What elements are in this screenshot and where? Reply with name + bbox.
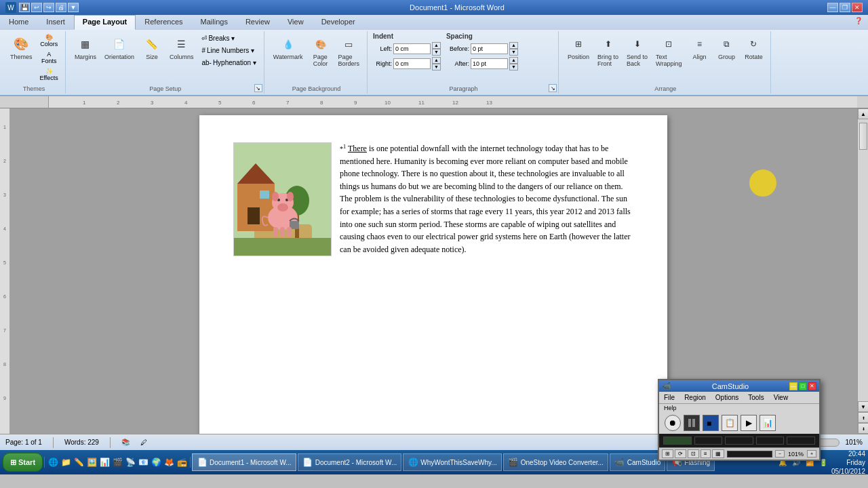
spacing-before-down[interactable]: ▼ <box>509 49 518 56</box>
minimize-button[interactable]: — <box>827 3 838 12</box>
position-button[interactable]: ⊞ Position <box>564 33 593 62</box>
indent-left-spinner[interactable]: ▲ ▼ <box>432 42 441 56</box>
rotate-button[interactable]: ↻ Rotate <box>741 33 766 62</box>
camstudio-minimize[interactable]: — <box>789 382 797 390</box>
taskbar-whywont[interactable]: 🌐 WhyWontThisSaveWhy... <box>403 453 501 471</box>
taskbar-onestopp[interactable]: 🎬 OneStop Video Converter... <box>503 453 608 471</box>
line-numbers-button[interactable]: # Line Numbers ▾ <box>198 45 259 56</box>
tab-home[interactable]: Home <box>0 15 37 30</box>
spacing-before-spinner[interactable]: ▲ ▼ <box>509 42 518 56</box>
cam-menu-help[interactable]: Help <box>662 404 679 412</box>
print-preview-qat[interactable]: 🖨 <box>56 3 66 12</box>
tab-developer[interactable]: Developer <box>313 15 364 30</box>
firefox-quicklaunch[interactable]: 🦊 <box>163 457 174 468</box>
paragraph-expander[interactable]: ↘ <box>549 84 557 92</box>
text-wrapping-button[interactable]: ⊡ TextWrapping <box>652 33 685 69</box>
spacing-before-up[interactable]: ▲ <box>509 42 518 49</box>
columns-button[interactable]: ☰ Columns <box>166 33 197 62</box>
next-page-button[interactable]: ⬇ <box>858 423 868 434</box>
effects-button[interactable]: ✨ Effects <box>37 66 61 83</box>
tab-references[interactable]: References <box>136 15 191 30</box>
spacing-after-up[interactable]: ▲ <box>509 57 518 64</box>
spacing-after-down[interactable]: ▼ <box>509 64 518 70</box>
tab-insert[interactable]: Insert <box>37 15 74 30</box>
undo-qat[interactable]: ↩ <box>31 3 42 12</box>
media-quicklaunch[interactable]: 🎬 <box>112 457 123 468</box>
qat-dropdown[interactable]: ▼ <box>68 3 79 12</box>
breaks-button[interactable]: ⏎ Breaks ▾ <box>198 33 259 44</box>
spacing-before-input[interactable] <box>471 43 508 54</box>
cam-ctrl-4[interactable]: ≡ <box>701 449 711 458</box>
track-changes-icon[interactable]: 🖊 <box>140 439 147 446</box>
tab-view[interactable]: View <box>279 15 313 30</box>
page-color-button[interactable]: 🎨 PageColor <box>308 33 334 69</box>
indent-right-down[interactable]: ▼ <box>432 64 441 70</box>
cam-menu-tools[interactable]: Tools <box>746 393 766 402</box>
indent-right-up[interactable]: ▲ <box>432 57 441 64</box>
indent-left-input[interactable] <box>393 43 431 54</box>
align-button[interactable]: ≡ Align <box>686 33 712 62</box>
pencil-quicklaunch[interactable]: ✏️ <box>73 457 84 468</box>
browser-quicklaunch[interactable]: 🌍 <box>151 457 161 468</box>
cam-pause-btn[interactable] <box>684 415 700 431</box>
help-icon[interactable]: ❓ <box>849 15 868 30</box>
orientation-button[interactable]: 📄 Orientation <box>101 33 138 62</box>
camstudio-close[interactable]: ✕ <box>808 382 816 390</box>
paint-quicklaunch[interactable]: 🖼️ <box>86 457 97 468</box>
bring-to-front-button[interactable]: ⬆ Bring toFront <box>594 33 622 69</box>
cam-annotate-btn[interactable]: 📋 <box>722 415 738 431</box>
cam-menu-region[interactable]: Region <box>682 393 708 402</box>
cam-ctrl-2[interactable]: ⟳ <box>675 449 686 458</box>
cam-produce-btn[interactable]: ▶ <box>741 415 757 431</box>
scroll-up-button[interactable]: ▲ <box>858 108 868 119</box>
size-button[interactable]: 📏 Size <box>139 33 165 62</box>
spacing-after-spinner[interactable]: ▲ ▼ <box>509 57 518 70</box>
indent-right-spinner[interactable]: ▲ ▼ <box>432 57 441 70</box>
page-borders-button[interactable]: ▭ PageBorders <box>335 33 363 69</box>
prev-page-button[interactable]: ⬆ <box>858 412 868 423</box>
redo-qat[interactable]: ↪ <box>43 3 54 12</box>
taskbar-doc1[interactable]: 📄 Document1 - Microsoft W... <box>192 453 296 471</box>
camstudio-restore[interactable]: □ <box>799 382 807 390</box>
cam-ctrl-minus[interactable]: − <box>775 450 785 458</box>
spelling-icon-area[interactable]: 📚 <box>121 439 130 446</box>
cam-ctrl-1[interactable]: ⊞ <box>662 449 673 458</box>
taskbar-doc2[interactable]: 📄 Document2 - Microsoft W... <box>298 453 402 471</box>
cam-ctrl-5[interactable]: ▦ <box>712 449 724 458</box>
hyphenation-button[interactable]: ab- Hyphenation ▾ <box>198 57 259 68</box>
fonts-button[interactable]: A Fonts <box>37 49 61 66</box>
cam-ctrl-plus[interactable]: + <box>807 450 816 458</box>
send-to-back-button[interactable]: ⬇ Send toBack <box>623 33 651 69</box>
cam-menu-file[interactable]: File <box>662 393 677 402</box>
scroll-track[interactable] <box>858 119 868 401</box>
themes-button[interactable]: 🎨 Themes <box>7 33 36 62</box>
clock-display[interactable]: 20:44 Friday05/10/2012 <box>831 449 865 476</box>
explorer-quicklaunch[interactable]: 📁 <box>60 457 71 468</box>
colors-button[interactable]: 🎨 Colors <box>37 33 61 49</box>
cam-ctrl-3[interactable]: ⊡ <box>688 449 699 458</box>
watermark-button[interactable]: 💧 Watermark <box>270 33 307 62</box>
margins-button[interactable]: ▦ Margins <box>71 33 100 62</box>
vertical-scrollbar[interactable]: ▲ ▼ ⬆ ⬇ <box>857 108 868 434</box>
cam-record-btn[interactable]: ⏺ <box>665 415 681 431</box>
indent-right-input[interactable] <box>393 58 431 69</box>
page-setup-expander[interactable]: ↘ <box>254 84 262 92</box>
group-button[interactable]: ⧉ Group <box>713 33 739 62</box>
rss-quicklaunch[interactable]: 📡 <box>125 457 136 468</box>
media-player-quicklaunch[interactable]: 📻 <box>176 457 187 468</box>
presentation-quicklaunch[interactable]: 📊 <box>99 457 110 468</box>
tab-review[interactable]: Review <box>237 15 279 30</box>
scroll-down-button[interactable]: ▼ <box>858 401 868 412</box>
spacing-after-input[interactable] <box>471 58 508 69</box>
cam-menu-options[interactable]: Options <box>713 393 741 402</box>
indent-left-down[interactable]: ▼ <box>432 49 441 56</box>
cam-stop-btn[interactable]: ■ <box>703 415 719 431</box>
indent-left-up[interactable]: ▲ <box>432 42 441 49</box>
ie-quicklaunch[interactable]: 🌐 <box>47 457 58 468</box>
start-button[interactable]: ⊞ Start <box>3 453 43 472</box>
restore-button[interactable]: ❐ <box>840 3 850 12</box>
close-button[interactable]: ✕ <box>852 3 863 12</box>
cam-menu-view[interactable]: View <box>772 393 791 402</box>
taskbar-camstudio[interactable]: 📹 CamStudio <box>610 453 665 471</box>
tab-mailings[interactable]: Mailings <box>192 15 237 30</box>
